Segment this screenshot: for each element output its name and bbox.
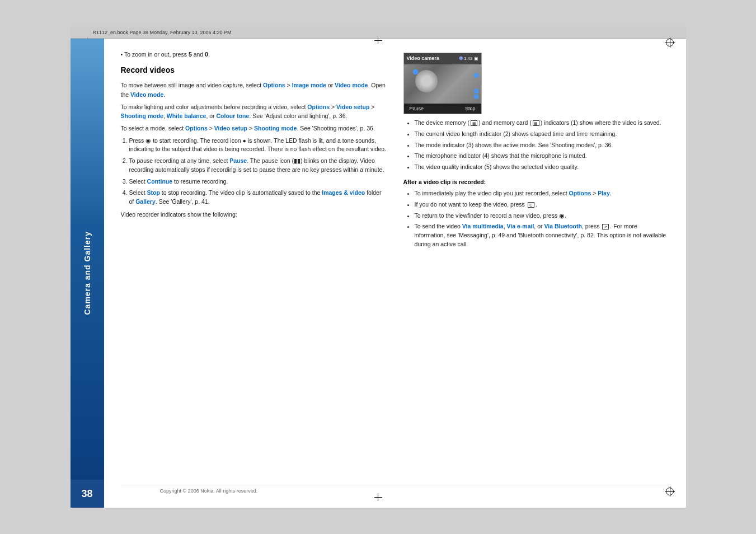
bullet-2: The current video length indicator (2) s… <box>415 130 669 139</box>
link-images-video[interactable]: Images & video <box>322 189 365 196</box>
footer: Copyright © 2006 Nokia. All rights reser… <box>121 485 669 496</box>
para3: To select a mode, select Options > Video… <box>121 124 387 133</box>
main-content: Camera and Gallery 38 • To zoom in or ou… <box>71 39 686 508</box>
link-video-mode[interactable]: Video mode <box>335 82 368 88</box>
after-title: After a video clip is recorded: <box>403 177 669 186</box>
link-options3[interactable]: Options <box>185 125 208 132</box>
link-shooting-mode2[interactable]: Shooting mode <box>254 125 297 132</box>
after-bullet-2: If you do not want to keep the video, pr… <box>415 200 669 209</box>
memory-card-icon: ▦ <box>533 120 539 126</box>
bullet-4: The microphone indicator (4) shows that … <box>415 152 669 161</box>
link-colour-tone[interactable]: Colour tone <box>216 113 249 119</box>
link-white-balance[interactable]: White balance <box>167 113 206 119</box>
section-title-record-videos: Record videos <box>121 64 387 76</box>
link-shooting-mode[interactable]: Shooting mode <box>121 113 163 119</box>
step-1: Press ◉ to start recording. The record i… <box>129 137 387 154</box>
time-display: 1:43 <box>464 55 473 62</box>
phone-screen-inner: Video camera ❶ 1:43 ▣ ❷ <box>404 53 481 114</box>
page-number: 38 <box>81 488 92 500</box>
step-2: To pause recording at any time, select P… <box>129 157 387 175</box>
sidebar-title: Camera and Gallery <box>83 231 92 315</box>
device-memory-icon: ▦ <box>471 120 477 126</box>
link-video-setup[interactable]: Video setup <box>336 104 369 110</box>
page-number-box: 38 <box>71 480 104 508</box>
para2: To make lighting and color adjustments b… <box>121 102 387 121</box>
para1: To move between still image and video ca… <box>121 81 387 99</box>
after-bullet-3: To return to the viewfinder to record a … <box>415 212 669 221</box>
link-video-mode2[interactable]: Video mode <box>130 91 163 98</box>
content-area: • To zoom in or out, press 5 and 0. Reco… <box>104 39 686 508</box>
right-column: Video camera ❶ 1:43 ▣ ❷ <box>403 50 669 485</box>
num-1-badge: ❶ <box>459 55 463 62</box>
link-via-email[interactable]: Via e-mail <box>507 223 534 229</box>
indicator-intro: Video recorder indicators show the follo… <box>121 210 387 219</box>
after-bullet-1: To immediately play the video clip you j… <box>415 189 669 198</box>
link-via-multimedia[interactable]: Via multimedia <box>462 223 504 229</box>
battery-icon: ▣ <box>474 55 478 62</box>
phone-pause-btn: Pause <box>410 105 424 113</box>
link-play[interactable]: Play <box>598 190 610 196</box>
phone-indicators: ❶ 1:43 ▣ <box>459 55 478 62</box>
num-badge-2: ❷ <box>412 67 419 77</box>
send-icon: ↗ <box>602 224 609 229</box>
link-options-play[interactable]: Options <box>569 190 591 196</box>
link-options2[interactable]: Options <box>307 104 330 110</box>
bullet-5: The video quality indicator (5) shows th… <box>415 163 669 172</box>
numbered-steps: Press ◉ to start recording. The record i… <box>129 137 387 207</box>
link-image-mode[interactable]: Image mode <box>292 82 326 88</box>
phone-bottom-bar: Pause Stop <box>404 104 481 114</box>
two-col-layout: • To zoom in or out, press 5 and 0. Reco… <box>121 50 669 485</box>
header-text: R1112_en.book Page 38 Monday, February 1… <box>93 30 232 35</box>
page: R1112_en.book Page 38 Monday, February 1… <box>71 26 686 508</box>
after-bullets: To immediately play the video clip you j… <box>415 189 669 249</box>
link-pause[interactable]: Pause <box>229 157 247 164</box>
delete-icon: C <box>528 202 534 208</box>
num-badge-5: ❺ <box>473 92 479 102</box>
phone-screenshot: Video camera ❶ 1:43 ▣ ❷ <box>403 53 482 114</box>
step-3: Select Continue to resume recording. <box>129 177 387 186</box>
phone-title: Video camera <box>407 55 439 63</box>
link-gallery[interactable]: Gallery <box>135 198 156 205</box>
step-4: Select Stop to stop recording. The video… <box>129 189 387 207</box>
phone-top-bar: Video camera ❶ 1:43 ▣ <box>404 53 481 64</box>
left-sidebar: Camera and Gallery 38 <box>71 39 104 508</box>
right-bullets: The device memory (▦) and memory card (▦… <box>415 119 669 172</box>
after-bullet-4: To send the video Via multimedia, Via e-… <box>415 222 669 249</box>
link-video-setup2[interactable]: Video setup <box>214 125 247 132</box>
phone-stop-btn: Stop <box>465 105 476 113</box>
phone-image-area: ❷ ❸ ❹ ❺ <box>404 64 481 104</box>
link-options[interactable]: Options <box>263 82 285 88</box>
zoom-tip: • To zoom in or out, press 5 and 0. <box>121 50 387 59</box>
bullet-3: The mode indicator (3) shows the active … <box>415 141 669 150</box>
link-continue[interactable]: Continue <box>147 178 173 185</box>
num-badge-3: ❸ <box>473 71 479 81</box>
link-via-bluetooth[interactable]: Via Bluetooth <box>544 223 581 229</box>
copyright-text: Copyright © 2006 Nokia. All rights reser… <box>160 488 258 494</box>
link-stop[interactable]: Stop <box>147 189 160 196</box>
bullet-1: The device memory (▦) and memory card (▦… <box>415 119 669 128</box>
left-column: • To zoom in or out, press 5 and 0. Reco… <box>121 50 387 485</box>
